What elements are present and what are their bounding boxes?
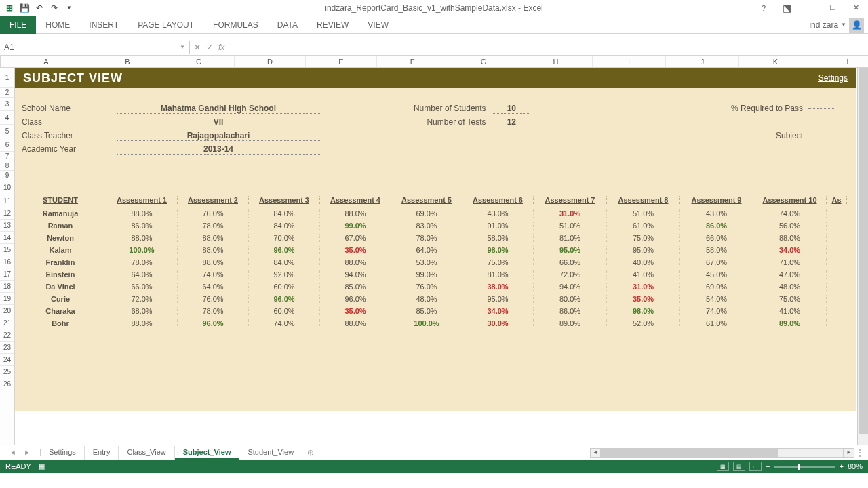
row-header[interactable]: 8: [0, 161, 14, 171]
column-header[interactable]: I: [593, 56, 666, 67]
row-header[interactable]: 10: [0, 180, 14, 195]
maximize-icon[interactable]: ☐: [823, 1, 842, 15]
page-layout-tab[interactable]: PAGE LAYOUT: [128, 17, 203, 33]
column-header[interactable]: C: [163, 56, 235, 67]
row-header[interactable]: 3: [0, 98, 14, 111]
user-name[interactable]: ind zara: [809, 20, 838, 30]
score-cell: 80.0%: [534, 295, 607, 303]
ribbon-collapse-icon[interactable]: ⬔: [777, 1, 796, 15]
sheet-tab-bar: ◄► SettingsEntryClass_ViewSubject_ViewSt…: [0, 445, 868, 460]
excel-icon[interactable]: ⊞: [3, 1, 16, 15]
score-cell: 52.0%: [607, 319, 680, 327]
sheet-tab[interactable]: Student_View: [239, 446, 302, 460]
page-break-view-icon[interactable]: ▭: [749, 462, 762, 471]
row-header[interactable]: 6: [0, 138, 14, 152]
home-tab[interactable]: HOME: [36, 17, 79, 33]
add-sheet-button[interactable]: ⊕: [302, 448, 319, 458]
review-tab[interactable]: REVIEW: [307, 17, 358, 33]
row-header[interactable]: 23: [0, 342, 14, 354]
file-tab[interactable]: FILE: [0, 16, 36, 34]
undo-icon[interactable]: ↶: [33, 1, 46, 15]
row-header[interactable]: 21: [0, 317, 14, 329]
enter-formula-icon[interactable]: ✓: [206, 43, 213, 52]
score-cell: 98.0%: [607, 307, 680, 315]
redo-icon[interactable]: ↷: [47, 1, 61, 15]
score-cell: 35.0%: [320, 246, 391, 254]
row-header[interactable]: 22: [0, 329, 14, 342]
row-header[interactable]: 20: [0, 305, 14, 317]
column-header[interactable]: E: [306, 56, 377, 67]
score-cell: 88.0%: [178, 246, 249, 254]
sheet-content[interactable]: SUBJECT VIEW Settings School NameMahatma…: [15, 68, 868, 445]
row-header[interactable]: 24: [0, 354, 14, 366]
assessment-header: Assessment 4: [320, 196, 391, 204]
row-header[interactable]: 15: [0, 244, 14, 256]
name-box[interactable]: A1 ▼: [0, 41, 190, 54]
sheet-nav-arrows[interactable]: ◄►: [0, 449, 41, 456]
row-header[interactable]: 1: [0, 68, 14, 88]
row-header[interactable]: 19: [0, 293, 14, 305]
vertical-scrollbar[interactable]: [857, 68, 868, 445]
column-header[interactable]: B: [92, 56, 163, 67]
column-header[interactable]: K: [739, 56, 812, 67]
title-bar: ⊞ 💾 ↶ ↷ ▼ indzara_ReportCard_Basic_v1_wi…: [0, 0, 868, 16]
row-header[interactable]: 17: [0, 268, 14, 281]
sheet-tab[interactable]: Settings: [41, 446, 85, 460]
score-cell: 95.0%: [607, 246, 680, 254]
column-header[interactable]: F: [377, 56, 448, 67]
row-header[interactable]: 16: [0, 256, 14, 268]
horizontal-scrollbar[interactable]: ◄ ►: [590, 448, 854, 458]
sheet-tab[interactable]: Class_View: [119, 446, 174, 460]
score-cell: 66.0%: [534, 258, 607, 266]
column-header[interactable]: H: [519, 56, 593, 67]
sheet-tab[interactable]: Entry: [85, 446, 119, 460]
score-cell: 69.0%: [391, 209, 462, 218]
help-icon[interactable]: ?: [754, 1, 773, 15]
row-header[interactable]: 2: [0, 88, 14, 98]
close-icon[interactable]: ✕: [846, 1, 865, 15]
score-cell: 41.0%: [753, 307, 827, 315]
normal-view-icon[interactable]: ▦: [717, 462, 729, 471]
row-header[interactable]: 4: [0, 111, 14, 125]
row-header[interactable]: 7: [0, 152, 14, 161]
fx-icon[interactable]: fx: [218, 43, 224, 52]
column-header[interactable]: L: [812, 56, 868, 67]
row-header[interactable]: 11: [0, 195, 14, 207]
assessment-header: Assessment 6: [462, 196, 534, 204]
score-cell: 100.0%: [106, 246, 178, 254]
cancel-formula-icon[interactable]: ✕: [194, 43, 201, 52]
formulas-tab[interactable]: FORMULAS: [203, 17, 268, 33]
score-cell: 88.0%: [178, 258, 249, 266]
zoom-slider[interactable]: [774, 466, 835, 468]
data-tab[interactable]: DATA: [268, 17, 307, 33]
row-header[interactable]: 13: [0, 220, 14, 232]
column-header[interactable]: D: [235, 56, 306, 67]
view-tab[interactable]: VIEW: [358, 17, 398, 33]
zoom-out-icon[interactable]: −: [766, 462, 770, 470]
insert-tab[interactable]: INSERT: [79, 17, 128, 33]
row-header[interactable]: 5: [0, 125, 14, 138]
user-avatar-icon[interactable]: 👤: [849, 18, 864, 33]
score-cell: 45.0%: [680, 270, 753, 279]
macro-icon[interactable]: ▦: [38, 462, 45, 471]
teacher-label: Class Teacher: [22, 131, 117, 140]
column-header[interactable]: G: [448, 56, 519, 67]
qat-dropdown-icon[interactable]: ▼: [62, 1, 76, 15]
row-header[interactable]: 18: [0, 281, 14, 293]
score-cell: 58.0%: [680, 246, 753, 254]
row-header[interactable]: 14: [0, 232, 14, 244]
student-row: Charaka68.0%78.0%60.0%35.0%85.0%34.0%86.…: [15, 305, 856, 317]
settings-link[interactable]: Settings: [818, 73, 848, 83]
row-header[interactable]: 26: [0, 378, 14, 390]
row-header[interactable]: 25: [0, 366, 14, 378]
minimize-icon[interactable]: —: [800, 1, 819, 15]
save-icon[interactable]: 💾: [18, 1, 31, 15]
column-header[interactable]: A: [1, 56, 92, 67]
zoom-in-icon[interactable]: +: [840, 462, 844, 470]
page-layout-view-icon[interactable]: ▤: [733, 462, 745, 471]
column-header[interactable]: J: [666, 56, 739, 67]
row-header[interactable]: 9: [0, 171, 14, 180]
zoom-level[interactable]: 80%: [848, 462, 863, 470]
sheet-tab[interactable]: Subject_View: [175, 446, 240, 460]
row-header[interactable]: 12: [0, 207, 14, 220]
